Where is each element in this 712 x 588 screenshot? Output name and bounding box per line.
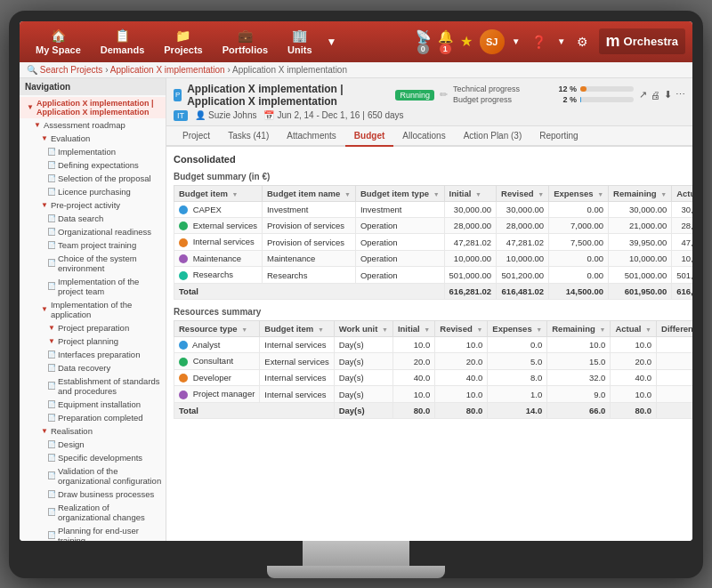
settings-icon[interactable]: ⚙: [573, 31, 592, 52]
tree-proj-prep[interactable]: ▼ Project preparation: [20, 321, 166, 334]
tab-tasks[interactable]: Tasks (41): [219, 126, 278, 147]
nav-demands[interactable]: 📋 Demands: [92, 23, 154, 60]
demands-icon: 📋: [115, 28, 130, 43]
th-initial[interactable]: Initial ▼: [444, 185, 497, 201]
favorites-icon[interactable]: ★: [460, 33, 473, 50]
share-icon[interactable]: ↗: [639, 89, 647, 101]
nav-units[interactable]: 🏢 Units: [279, 23, 321, 60]
notification-bell[interactable]: 🔔 1: [438, 29, 453, 54]
tab-reporting[interactable]: Reporting: [530, 126, 587, 147]
page-icon: 📄: [48, 400, 55, 408]
tree-impl-app[interactable]: ▼ Implementation of the application: [20, 298, 166, 321]
tree-teamtraining[interactable]: 📄 Team project training: [20, 238, 166, 252]
th-budget-name[interactable]: Budget item name ▼: [262, 185, 355, 201]
tree-specific-dev[interactable]: 📄 Specific developments: [20, 451, 166, 464]
tree-proj-plan[interactable]: ▼ Project planning: [20, 334, 166, 348]
tab-project[interactable]: Project: [174, 126, 219, 147]
tree-project-team[interactable]: 📄 Implementation of the project team: [20, 275, 166, 298]
th-expenses[interactable]: Expenses ▼: [549, 185, 609, 201]
more-icon[interactable]: ⋯: [676, 89, 685, 101]
th-resource-type[interactable]: Resource type ▼: [174, 320, 260, 336]
th-budget-type[interactable]: Budget item type ▼: [355, 185, 444, 201]
tab-attachments[interactable]: Attachments: [278, 126, 345, 147]
tree-orgreadiness[interactable]: 📄 Organizational readiness: [20, 225, 166, 238]
print-icon[interactable]: 🖨: [651, 90, 660, 101]
th-revised[interactable]: Revised ▼: [497, 185, 549, 201]
tree-datasearch[interactable]: 📄 Data search: [20, 212, 166, 225]
th-r-difference[interactable]: Difference ▼: [657, 320, 692, 336]
breadcrumb-app-x[interactable]: Application X implementation: [110, 65, 225, 75]
stand-neck: [303, 541, 409, 566]
cell-res-remaining: 32.0: [547, 369, 611, 385]
notification-rss[interactable]: 📡 0: [416, 29, 431, 54]
th-work-unit[interactable]: Work unit ▼: [334, 320, 392, 336]
tech-progress-bar: [580, 86, 634, 92]
tree-org-changes[interactable]: 📄 Realization of organizational changes: [20, 501, 166, 524]
tab-budget[interactable]: Budget: [345, 126, 393, 147]
cell-res-total-expenses: 14.0: [488, 402, 547, 418]
edit-icon[interactable]: ✏: [440, 89, 448, 101]
nav-myspace[interactable]: 🏠 My Space: [27, 23, 90, 60]
table-row: CAPEX Investment Investment 30,000.00 30…: [174, 201, 693, 217]
cell-res-total-initial: 80.0: [392, 402, 434, 418]
tree-evaluation[interactable]: ▼ Evaluation: [20, 132, 166, 145]
tree-prep-completed[interactable]: 📄 Preparation completed: [20, 411, 166, 424]
cell-res-expenses: 0.0: [488, 336, 547, 352]
tree-expectations[interactable]: 📄 Defining expectations: [20, 158, 166, 172]
page-icon: 📄: [48, 490, 55, 498]
th-r-actual[interactable]: Actual ▼: [611, 320, 657, 336]
breadcrumb: 🔍 Search Projects › Application X implem…: [20, 62, 692, 78]
cell-budget-name: Researchs: [262, 267, 355, 283]
th-r-remaining[interactable]: Remaining ▼: [547, 320, 611, 336]
tree-implementation[interactable]: 📄 Implementation: [20, 145, 166, 158]
tab-allocations[interactable]: Allocations: [393, 126, 454, 147]
tree-standards[interactable]: 📄 Establishment of standards and procedu…: [20, 375, 166, 398]
cell-budget-name: Maintenance: [262, 250, 355, 266]
page-icon: 📄: [48, 440, 55, 448]
tree-draw-biz[interactable]: 📄 Draw business processes: [20, 487, 166, 501]
tree-validation[interactable]: 📄 Validation of the organizational confi…: [20, 464, 166, 487]
project-title: Application X implementation | Applicati…: [187, 83, 390, 108]
tree-data-recovery[interactable]: 📄 Data recovery: [20, 361, 166, 375]
monitor-stand: [20, 541, 692, 578]
cell-res-diff: 0.0: [657, 369, 692, 385]
th-r-revised[interactable]: Revised ▼: [435, 320, 488, 336]
breadcrumb-current: Application X implementation: [232, 65, 347, 75]
tree-preproject[interactable]: ▼ Pre-project activity: [20, 198, 166, 212]
help-icon[interactable]: ❓: [528, 31, 550, 52]
th-resource-budget-item[interactable]: Budget item ▼: [260, 320, 334, 336]
tree-item-root[interactable]: ▼ Application X implementation | Applica…: [20, 97, 166, 118]
tree-enduser-plan[interactable]: 📄 Planning for end-user training: [20, 524, 166, 541]
tree-assessment[interactable]: ▼ Assessment roadmap: [20, 118, 166, 132]
cell-budget-item: Internal services: [174, 234, 263, 250]
th-r-expenses[interactable]: Expenses ▼: [488, 320, 547, 336]
cell-res-initial: 20.0: [392, 353, 434, 369]
cell-total-remaining: 601,950.00: [609, 283, 672, 299]
tree-realisation[interactable]: ▼ Realisation: [20, 424, 166, 438]
tree-selection[interactable]: 📄 Selection of the proposal: [20, 172, 166, 185]
cell-res-revised: 10.0: [435, 386, 488, 402]
cell-budget-type: Operation: [355, 217, 444, 233]
dropdown-arrow-icon: ▼: [327, 36, 337, 48]
page-icon: 📄: [48, 382, 55, 390]
user-avatar[interactable]: SJ: [480, 29, 505, 54]
it-label: IT: [174, 110, 188, 121]
th-remaining[interactable]: Remaining ▼: [609, 185, 672, 201]
tab-action-plan[interactable]: Action Plan (3): [455, 126, 531, 147]
tree-interfaces[interactable]: 📄 Interfaces preparation: [20, 348, 166, 361]
tree-design[interactable]: 📄 Design: [20, 438, 166, 451]
nav-portfolios[interactable]: 💼 Portfolios: [214, 23, 277, 60]
breadcrumb-search[interactable]: 🔍 Search Projects: [27, 65, 102, 75]
cell-total-expenses: 14,500.00: [549, 283, 609, 299]
rss-icon: 📡: [416, 29, 431, 44]
th-budget-item[interactable]: Budget item ▼: [174, 185, 263, 201]
tree-licence[interactable]: 📄 Licence purchasing: [20, 185, 166, 198]
download-icon[interactable]: ⬇: [664, 89, 672, 101]
th-actual[interactable]: Actual ▼: [672, 185, 692, 201]
tree-system-choice[interactable]: 📄 Choice of the system environment: [20, 252, 166, 275]
th-r-initial[interactable]: Initial ▼: [392, 320, 434, 336]
cell-total-revised: 616,481.02: [497, 283, 549, 299]
tree-equipment[interactable]: 📄 Equipment installation: [20, 398, 166, 411]
top-navigation: 🏠 My Space 📋 Demands 📁 Projects 💼 Portfo…: [20, 21, 692, 62]
nav-projects[interactable]: 📁 Projects: [155, 23, 211, 60]
